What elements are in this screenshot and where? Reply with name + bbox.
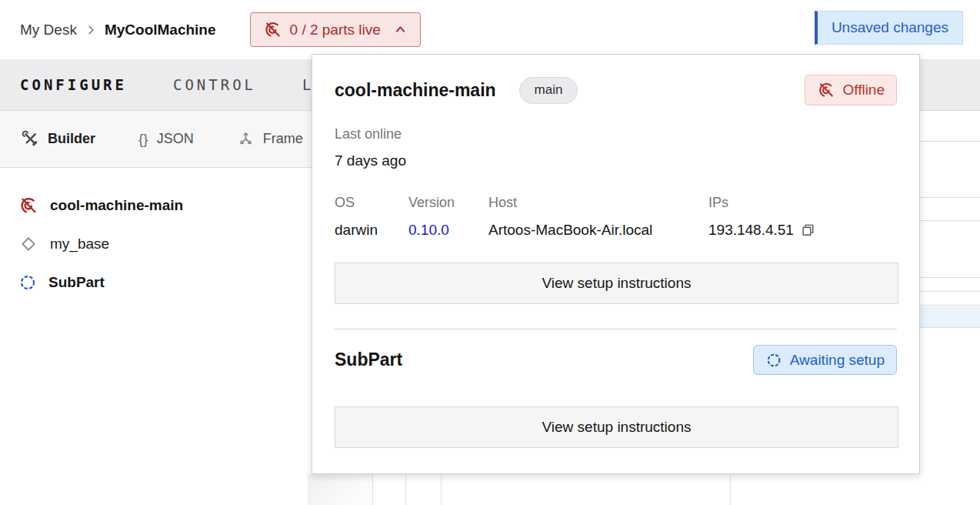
machine-part-tree: cool-machine-main my_base SubPart <box>0 186 311 302</box>
main-part-section: cool-machine-main main Offline Last onli… <box>312 55 919 329</box>
part-name-title: cool-machine-main <box>335 80 496 101</box>
os-value: darwin <box>335 222 408 239</box>
offline-icon <box>263 20 282 39</box>
sub-part-section: SubPart Awaiting setup View setup instru… <box>312 329 919 448</box>
last-online-value: 7 days ago <box>335 152 897 169</box>
sidebar-item-label: cool-machine-main <box>50 197 183 214</box>
diamond-icon <box>18 234 38 254</box>
chevron-right-icon <box>85 24 97 36</box>
version-link[interactable]: 0.10.0 <box>408 222 449 239</box>
tab-control[interactable]: CONTROL <box>173 76 256 93</box>
frame-axes-icon <box>237 130 255 148</box>
unsaved-changes-label: Unsaved changes <box>832 19 948 36</box>
offline-status-label: Offline <box>842 82 885 99</box>
ips-label: IPs <box>708 195 897 211</box>
part-info-grid: OS darwin Version 0.10.0 Host Artoos-Mac… <box>335 195 897 239</box>
tools-icon <box>22 130 39 148</box>
offline-icon <box>18 196 38 216</box>
background-content-right <box>920 111 980 505</box>
view-setup-instructions-button[interactable]: View setup instructions <box>335 263 898 304</box>
json-label: JSON <box>157 131 194 147</box>
awaiting-setup-badge[interactable]: Awaiting setup <box>753 345 897 375</box>
breadcrumb: My Desk MyCoolMachine <box>20 22 216 38</box>
unsaved-changes-badge[interactable]: Unsaved changes <box>815 11 963 45</box>
host-label: Host <box>488 195 708 211</box>
tab-configure[interactable]: CONFIGURE <box>20 76 127 93</box>
curly-braces-icon: {} <box>138 131 148 148</box>
sidebar-item-label: SubPart <box>48 274 105 291</box>
os-label: OS <box>335 195 408 211</box>
last-online-group: Last online 7 days ago <box>335 126 897 169</box>
background-divider <box>441 474 442 505</box>
last-online-label: Last online <box>335 126 897 142</box>
background-divider <box>372 474 373 505</box>
builder-label: Builder <box>48 131 95 147</box>
parts-live-label: 0 / 2 parts live <box>290 22 381 38</box>
main-part-badge: main <box>519 77 578 104</box>
top-header: My Desk MyCoolMachine 0 / 2 parts live U… <box>0 0 980 59</box>
background-divider <box>730 474 731 505</box>
host-value: Artoos-MacBook-Air.local <box>488 222 708 239</box>
parts-status-dropdown: cool-machine-main main Offline Last onli… <box>312 54 920 474</box>
sidebar-item-label: my_base <box>50 236 109 252</box>
frame-mode-button[interactable]: Frame <box>237 130 303 148</box>
awaiting-setup-label: Awaiting setup <box>790 352 885 369</box>
sidebar-item-my-base[interactable]: my_base <box>0 225 311 263</box>
app-window: My Desk MyCoolMachine 0 / 2 parts live U… <box>0 0 980 505</box>
parts-live-status-button[interactable]: 0 / 2 parts live <box>250 12 421 47</box>
chevron-up-icon <box>393 22 408 37</box>
dashed-circle-icon <box>18 273 37 292</box>
part-name-title: SubPart <box>335 349 402 370</box>
sidebar-item-subpart[interactable]: SubPart <box>0 263 311 302</box>
sidebar-item-cool-machine-main[interactable]: cool-machine-main <box>0 186 311 225</box>
version-label: Version <box>408 195 488 211</box>
ips-value: 193.148.4.51 <box>708 222 794 239</box>
breadcrumb-my-desk[interactable]: My Desk <box>20 22 77 38</box>
frame-label: Frame <box>263 131 303 147</box>
dashed-circle-icon <box>765 352 782 369</box>
view-setup-instructions-button[interactable]: View setup instructions <box>335 406 898 448</box>
copy-icon[interactable] <box>800 222 815 238</box>
background-divider <box>405 474 406 505</box>
offline-status-badge: Offline <box>805 75 897 105</box>
background-content-bottom <box>308 474 372 505</box>
offline-icon <box>817 81 835 99</box>
json-mode-button[interactable]: {} JSON <box>138 131 194 148</box>
builder-mode-button[interactable]: Builder <box>22 130 95 148</box>
background-highlighted-row <box>920 306 980 327</box>
breadcrumb-machine-name: MyCoolMachine <box>105 22 216 38</box>
